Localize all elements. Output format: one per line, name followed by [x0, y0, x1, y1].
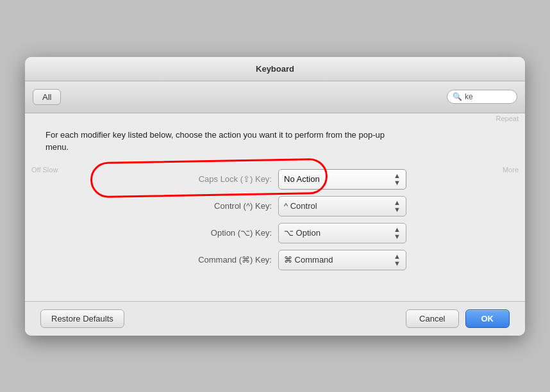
keys-grid: Caps Lock (⇪) Key: No Action ▲▼ Control … — [46, 169, 504, 270]
bottom-bar: Restore Defaults Cancel OK — [25, 301, 525, 336]
all-button[interactable]: All — [33, 89, 61, 105]
title-bar: Keyboard — [25, 57, 525, 81]
toolbar: All 🔍 — [25, 81, 525, 113]
bg-hint-off-slow: Off Slow — [31, 166, 58, 174]
option-label: Option (⌥) Key: — [144, 228, 272, 238]
search-icon: 🔍 — [453, 92, 462, 101]
restore-defaults-button[interactable]: Restore Defaults — [40, 309, 124, 328]
command-label: Command (⌘) Key: — [144, 255, 272, 265]
ok-button[interactable]: OK — [465, 309, 510, 328]
caps-lock-arrow-icon: ▲▼ — [394, 172, 401, 186]
caps-lock-row: Caps Lock (⇪) Key: No Action ▲▼ — [46, 169, 504, 190]
command-dropdown[interactable]: ⌘ Command ▲▼ — [278, 250, 406, 270]
content-area: For each modifier key listed below, choo… — [25, 113, 525, 301]
keyboard-window: Keyboard All 🔍 For each modifier key lis… — [25, 57, 525, 336]
caps-lock-value: No Action — [284, 174, 320, 184]
control-row: Control (^) Key: ^ Control ▲▼ — [46, 196, 504, 216]
option-arrow-icon: ▲▼ — [394, 226, 401, 240]
description-text: For each modifier key listed below, choo… — [46, 129, 404, 154]
control-label: Control (^) Key: — [144, 201, 272, 211]
bg-hint-repeat: Repeat — [496, 115, 519, 122]
search-box: 🔍 — [447, 90, 517, 104]
caps-lock-label: Caps Lock (⇪) Key: — [144, 174, 272, 184]
right-buttons: Cancel OK — [406, 309, 510, 328]
command-arrow-icon: ▲▼ — [394, 253, 401, 267]
cancel-button[interactable]: Cancel — [406, 309, 458, 328]
control-dropdown[interactable]: ^ Control ▲▼ — [278, 196, 406, 216]
control-arrow-icon: ▲▼ — [394, 199, 401, 213]
option-row: Option (⌥) Key: ⌥ Option ▲▼ — [46, 223, 504, 243]
control-value: ^ Control — [284, 201, 317, 211]
command-row: Command (⌘) Key: ⌘ Command ▲▼ — [46, 250, 504, 270]
caps-lock-dropdown[interactable]: No Action ▲▼ — [278, 169, 406, 190]
bg-hint-more: More — [503, 166, 519, 174]
command-value: ⌘ Command — [284, 255, 333, 265]
option-dropdown[interactable]: ⌥ Option ▲▼ — [278, 223, 406, 243]
search-input[interactable] — [465, 92, 510, 101]
window-title: Keyboard — [256, 64, 294, 74]
option-value: ⌥ Option — [284, 228, 321, 238]
